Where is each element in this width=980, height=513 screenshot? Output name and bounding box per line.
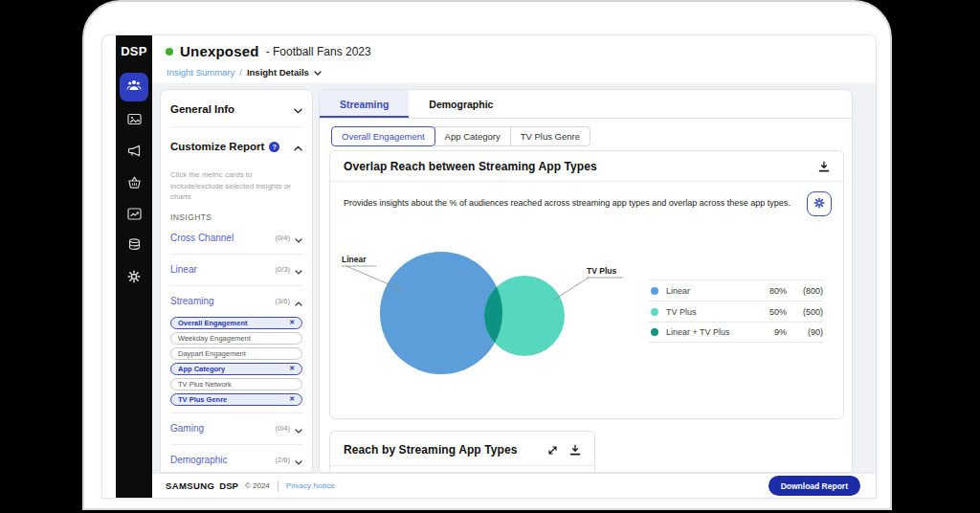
topbar: Unexposed - Football Fans 2023 Insight S…	[152, 35, 876, 83]
download-report-button[interactable]: Download Report	[768, 476, 860, 496]
report-panel: Streaming Demographic Overall Engagement…	[319, 89, 853, 473]
reach-by-app-types-card: Reach by Streaming App Types	[329, 431, 595, 473]
gear-icon	[813, 195, 825, 212]
legend-count: (800)	[787, 286, 823, 296]
group-count: (3/6)	[276, 297, 290, 305]
breadcrumb-current: Insight Details	[247, 67, 309, 78]
dsp-brand: DSP	[219, 480, 238, 491]
customize-report-header[interactable]: Customize Report ?	[170, 127, 302, 164]
pill-label: App Category	[178, 365, 225, 373]
metric-pill-daypart-engagement[interactable]: Daypart Engagement	[170, 347, 302, 360]
nav-campaigns[interactable]	[116, 136, 152, 167]
legend-row-linear: Linear 80% (800)	[649, 279, 823, 301]
streaming-metric-pills: Overall Engagement ✕ Weekday Engagement …	[170, 317, 302, 413]
database-icon	[128, 238, 141, 256]
tab-streaming[interactable]: Streaming	[320, 90, 409, 118]
nav-audiences[interactable]	[120, 73, 148, 101]
chart-settings-button[interactable]	[807, 191, 832, 216]
metric-pill-tv-plus-genre[interactable]: TV Plus Genre ✕	[170, 393, 302, 406]
group-count: (0/4)	[276, 424, 290, 433]
legend-percent: 9%	[758, 327, 787, 337]
chevron-down-icon	[295, 261, 302, 279]
icon-rail: DSP	[116, 35, 152, 498]
subtab-app-category[interactable]: App Category	[434, 126, 511, 146]
nav-settings[interactable]	[116, 262, 152, 294]
insight-group-linear: Linear (0/3)	[170, 255, 302, 286]
footer: SAMSUNG DSP © 2024 Privacy Notice Downlo…	[152, 473, 876, 498]
download-icon[interactable]	[818, 161, 830, 172]
customize-report-label: Customize Report	[170, 141, 264, 152]
line-chart-icon	[127, 207, 142, 224]
subtab-overall-engagement[interactable]: Overall Engagement	[331, 126, 435, 146]
legend-dot	[651, 287, 658, 295]
card-description: Provides insights about the % of audienc…	[344, 191, 807, 208]
metric-pill-app-category[interactable]: App Category ✕	[170, 363, 302, 375]
nav-commerce[interactable]	[116, 167, 152, 199]
group-toggle[interactable]: Demographic (2/6)	[170, 445, 302, 473]
pill-label: Overall Engagement	[178, 319, 248, 327]
chevron-down-icon[interactable]	[314, 67, 322, 78]
gear-icon	[127, 270, 141, 287]
pill-label: Weekday Engagement	[178, 334, 251, 343]
breadcrumb-link[interactable]: Insight Summary	[167, 67, 234, 78]
legend-count: (90)	[787, 327, 823, 337]
breadcrumb: Insight Summary / Insight Details	[167, 67, 322, 78]
page-title: Unexposed	[180, 43, 259, 59]
venn-circle-linear	[380, 252, 502, 374]
breadcrumb-separator: /	[239, 67, 242, 78]
venn-legend: Linear 80% (800) TV Plus 50% (500) Linea…	[649, 279, 823, 343]
venn-label-tvplus: TV Plus	[587, 266, 616, 276]
general-info-label: General Info	[170, 103, 234, 115]
nav-data[interactable]	[116, 231, 152, 262]
pill-label: Daypart Engagement	[178, 349, 246, 358]
insight-group-cross-channel: Cross Channel (0/4)	[170, 223, 302, 255]
chevron-down-icon	[295, 420, 302, 437]
subtabs: Overall Engagement App Category TV Plus …	[331, 126, 590, 146]
remove-icon[interactable]: ✕	[285, 365, 295, 372]
subtab-tv-plus-genre[interactable]: TV Plus Genre	[510, 126, 590, 146]
general-info-header[interactable]: General Info	[170, 90, 302, 127]
tabbar: Streaming Demographic	[320, 90, 852, 119]
privacy-notice-link[interactable]: Privacy Notice	[286, 481, 335, 490]
footer-divider	[278, 481, 278, 491]
group-count: (0/4)	[276, 234, 290, 242]
legend-count: (500)	[787, 307, 823, 317]
venn-diagram: Linear TV Plus	[334, 234, 631, 417]
content-area: General Info Customize Report ? Click th…	[152, 83, 876, 473]
legend-percent: 50%	[758, 307, 787, 317]
pill-label: TV Plus Genre	[178, 395, 227, 404]
expand-icon[interactable]	[547, 445, 558, 456]
insight-group-streaming: Streaming (3/6) Overall Engagement ✕ Wee…	[170, 286, 302, 413]
users-icon	[126, 78, 142, 96]
metric-pill-overall-engagement[interactable]: Overall Engagement ✕	[170, 317, 302, 329]
tab-demographic[interactable]: Demographic	[409, 90, 513, 118]
metric-pill-weekday-engagement[interactable]: Weekday Engagement	[170, 332, 302, 345]
copyright: © 2024	[245, 481, 270, 490]
chevron-up-icon	[295, 293, 302, 310]
download-icon[interactable]	[569, 444, 581, 456]
remove-icon[interactable]: ✕	[285, 395, 295, 403]
card-title: Overlap Reach between Streaming App Type…	[344, 160, 809, 173]
group-toggle[interactable]: Linear (0/3)	[170, 255, 302, 285]
remove-icon[interactable]: ✕	[285, 319, 295, 326]
page-subtitle: - Football Fans 2023	[266, 45, 371, 58]
card-title: Reach by Streaming App Types	[344, 443, 536, 457]
legend-row-tvplus: TV Plus 50% (500)	[649, 301, 823, 322]
helper-text: Click the metric cards to include/exclud…	[170, 164, 302, 208]
help-icon[interactable]: ?	[269, 142, 279, 152]
legend-dot	[651, 328, 658, 336]
samsung-logo: SAMSUNG	[166, 480, 214, 491]
metric-pill-tv-plus-network[interactable]: TV Plus Network	[170, 378, 302, 390]
group-label: Cross Channel	[170, 233, 276, 243]
legend-dot	[651, 308, 658, 316]
group-label: Streaming	[170, 296, 276, 306]
nav-analytics[interactable]	[116, 199, 152, 231]
chevron-down-icon	[295, 230, 302, 247]
nav-media[interactable]	[116, 104, 152, 136]
group-toggle[interactable]: Gaming (0/4)	[170, 413, 302, 444]
legend-label: Linear	[666, 286, 758, 296]
chevron-down-icon	[295, 452, 302, 469]
group-toggle[interactable]: Cross Channel (0/4)	[170, 223, 302, 254]
group-toggle[interactable]: Streaming (3/6)	[170, 286, 302, 317]
app-screen: DSP	[101, 34, 877, 499]
